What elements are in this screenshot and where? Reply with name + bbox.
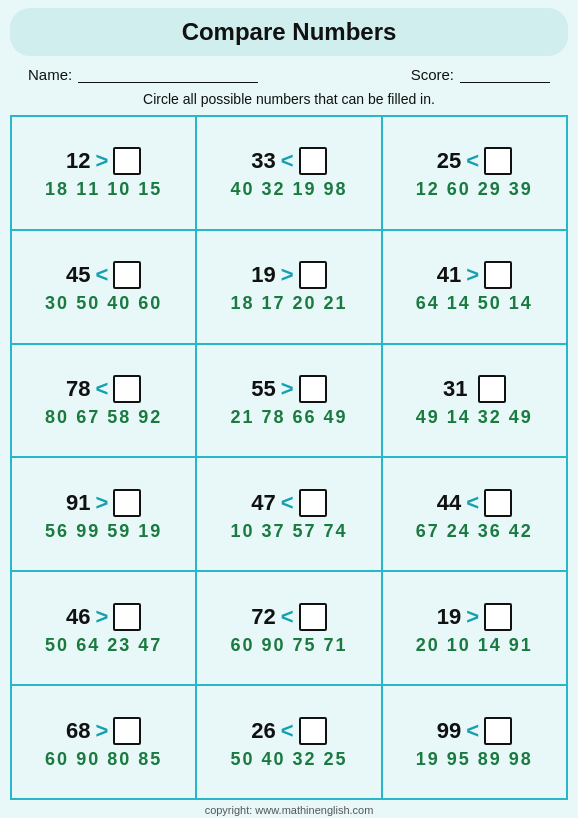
- problem-row-7: 55>: [251, 375, 326, 403]
- problem-cell-5: 41>64 14 50 14: [382, 230, 567, 344]
- problem-row-17: 99<: [437, 717, 512, 745]
- problem-choices-17: 19 95 89 98: [416, 749, 533, 770]
- problem-number-14: 19: [437, 604, 461, 630]
- problem-choices-6: 80 67 58 92: [45, 407, 162, 428]
- problem-box-12[interactable]: [113, 603, 141, 631]
- problem-row-3: 45<: [66, 261, 141, 289]
- problem-row-4: 19>: [251, 261, 326, 289]
- name-label: Name:: [28, 66, 72, 83]
- problem-box-13[interactable]: [299, 603, 327, 631]
- problem-box-10[interactable]: [299, 489, 327, 517]
- problem-cell-13: 72<60 90 75 71: [196, 571, 381, 685]
- problem-row-8: 31: [443, 375, 505, 403]
- problem-box-7[interactable]: [299, 375, 327, 403]
- problem-choices-13: 60 90 75 71: [230, 635, 347, 656]
- problem-box-14[interactable]: [484, 603, 512, 631]
- problem-cell-8: 31 49 14 32 49: [382, 344, 567, 458]
- problem-row-14: 19>: [437, 603, 512, 631]
- problem-number-17: 99: [437, 718, 461, 744]
- problem-box-8[interactable]: [478, 375, 506, 403]
- problem-number-1: 33: [251, 148, 275, 174]
- problem-row-6: 78<: [66, 375, 141, 403]
- page: Compare Numbers Name: Score: Circle all …: [0, 0, 578, 818]
- problem-operator-9: >: [95, 490, 108, 516]
- problem-operator-16: <: [281, 718, 294, 744]
- problem-cell-17: 99<19 95 89 98: [382, 685, 567, 799]
- problem-choices-0: 18 11 10 15: [45, 179, 162, 200]
- problem-number-12: 46: [66, 604, 90, 630]
- problem-number-8: 31: [443, 376, 467, 402]
- problem-number-6: 78: [66, 376, 90, 402]
- name-score-row: Name: Score:: [10, 62, 568, 87]
- problem-box-16[interactable]: [299, 717, 327, 745]
- problem-row-15: 68>: [66, 717, 141, 745]
- problem-cell-11: 44<67 24 36 42: [382, 457, 567, 571]
- problem-operator-2: <: [466, 148, 479, 174]
- problem-cell-10: 47<10 37 57 74: [196, 457, 381, 571]
- problem-row-9: 91>: [66, 489, 141, 517]
- problem-operator-17: <: [466, 718, 479, 744]
- problem-box-5[interactable]: [484, 261, 512, 289]
- problem-operator-3: <: [95, 262, 108, 288]
- name-field: Name:: [28, 66, 258, 83]
- problem-cell-3: 45<30 50 40 60: [11, 230, 196, 344]
- problem-number-16: 26: [251, 718, 275, 744]
- problem-operator-12: >: [95, 604, 108, 630]
- problem-operator-6: <: [95, 376, 108, 402]
- problem-choices-2: 12 60 29 39: [416, 179, 533, 200]
- problem-box-4[interactable]: [299, 261, 327, 289]
- problem-cell-14: 19>20 10 14 91: [382, 571, 567, 685]
- problem-row-10: 47<: [251, 489, 326, 517]
- problem-choices-4: 18 17 20 21: [230, 293, 347, 314]
- problem-cell-9: 91>56 99 59 19: [11, 457, 196, 571]
- problem-number-5: 41: [437, 262, 461, 288]
- problem-choices-5: 64 14 50 14: [416, 293, 533, 314]
- problem-choices-12: 50 64 23 47: [45, 635, 162, 656]
- instruction: Circle all possible numbers that can be …: [143, 91, 435, 107]
- problem-operator-14: >: [466, 604, 479, 630]
- problem-choices-14: 20 10 14 91: [416, 635, 533, 656]
- problem-number-4: 19: [251, 262, 275, 288]
- problem-operator-1: <: [281, 148, 294, 174]
- problem-operator-7: >: [281, 376, 294, 402]
- problem-operator-10: <: [281, 490, 294, 516]
- problem-choices-10: 10 37 57 74: [230, 521, 347, 542]
- score-underline[interactable]: [460, 67, 550, 83]
- problem-choices-1: 40 32 19 98: [230, 179, 347, 200]
- problem-operator-4: >: [281, 262, 294, 288]
- problem-row-2: 25<: [437, 147, 512, 175]
- problem-choices-3: 30 50 40 60: [45, 293, 162, 314]
- problem-box-6[interactable]: [113, 375, 141, 403]
- problem-box-17[interactable]: [484, 717, 512, 745]
- problem-cell-15: 68>60 90 80 85: [11, 685, 196, 799]
- problem-number-10: 47: [251, 490, 275, 516]
- problem-row-1: 33<: [251, 147, 326, 175]
- problem-cell-4: 19>18 17 20 21: [196, 230, 381, 344]
- problem-choices-9: 56 99 59 19: [45, 521, 162, 542]
- problem-choices-16: 50 40 32 25: [230, 749, 347, 770]
- problem-cell-7: 55>21 78 66 49: [196, 344, 381, 458]
- problem-choices-11: 67 24 36 42: [416, 521, 533, 542]
- name-underline[interactable]: [78, 67, 258, 83]
- problem-number-7: 55: [251, 376, 275, 402]
- problem-box-9[interactable]: [113, 489, 141, 517]
- problem-box-3[interactable]: [113, 261, 141, 289]
- problem-operator-5: >: [466, 262, 479, 288]
- problem-box-15[interactable]: [113, 717, 141, 745]
- problems-grid: 12>18 11 10 1533<40 32 19 9825<12 60 29 …: [10, 115, 568, 800]
- problem-number-15: 68: [66, 718, 90, 744]
- problem-operator-13: <: [281, 604, 294, 630]
- problem-choices-15: 60 90 80 85: [45, 749, 162, 770]
- problem-row-0: 12>: [66, 147, 141, 175]
- problem-operator-15: >: [95, 718, 108, 744]
- problem-number-13: 72: [251, 604, 275, 630]
- problem-row-5: 41>: [437, 261, 512, 289]
- problem-box-1[interactable]: [299, 147, 327, 175]
- problem-box-2[interactable]: [484, 147, 512, 175]
- problem-row-16: 26<: [251, 717, 326, 745]
- problem-cell-6: 78<80 67 58 92: [11, 344, 196, 458]
- problem-cell-2: 25<12 60 29 39: [382, 116, 567, 230]
- problem-box-0[interactable]: [113, 147, 141, 175]
- problem-box-11[interactable]: [484, 489, 512, 517]
- problem-cell-16: 26<50 40 32 25: [196, 685, 381, 799]
